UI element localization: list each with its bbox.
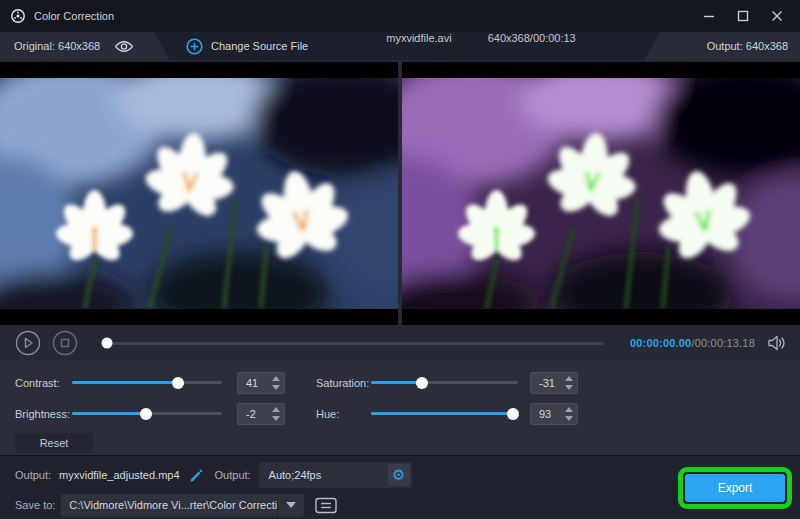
hue-slider-thumb[interactable] xyxy=(507,408,519,420)
preview-toggle[interactable] xyxy=(114,40,134,53)
change-source-label: Change Source File xyxy=(211,40,308,52)
saturation-slider-fill xyxy=(371,381,422,384)
saturation-value-box[interactable]: -31 xyxy=(530,372,578,394)
original-video-preview xyxy=(0,62,398,325)
stepper-up-icon[interactable] xyxy=(565,376,573,381)
output-filename-label: Output: xyxy=(15,469,51,481)
maximize-icon xyxy=(737,10,749,22)
brightness-label: Brightness: xyxy=(15,408,72,420)
stepper-up-icon[interactable] xyxy=(272,407,280,412)
brightness-value-box[interactable]: -2 xyxy=(237,403,285,425)
saturation-label: Saturation: xyxy=(316,377,371,389)
contrast-value: 41 xyxy=(238,377,270,389)
save-path-combobox[interactable]: C:\Vidmore\Vidmore Vi...rter\Color Corre… xyxy=(61,494,304,517)
source-filename: myxvidfile.avi xyxy=(386,32,451,60)
output-tab: Output: 640x368 xyxy=(644,32,800,60)
stop-icon xyxy=(52,330,78,356)
hue-value-box[interactable]: 93 xyxy=(530,403,578,425)
stepper-down-icon[interactable] xyxy=(565,385,573,390)
contrast-slider-thumb[interactable] xyxy=(172,377,184,389)
seek-bar[interactable] xyxy=(102,342,604,345)
contrast-stepper[interactable] xyxy=(270,376,284,390)
hue-value: 93 xyxy=(531,408,563,420)
hue-stepper[interactable] xyxy=(563,407,577,421)
original-tab: Original: 640x368 xyxy=(0,32,170,60)
play-icon xyxy=(15,330,41,356)
save-path-value: C:\Vidmore\Vidmore Vi...rter\Color Corre… xyxy=(61,499,277,511)
seek-bar-thumb[interactable] xyxy=(102,338,113,349)
color-correction-window: Color Correction Original: 640x368 xyxy=(0,0,800,519)
app-logo-icon xyxy=(10,8,26,24)
rename-button[interactable] xyxy=(189,468,203,482)
total-time: /00:00:13.18 xyxy=(691,337,755,349)
output-video-preview xyxy=(402,62,800,325)
contrast-slider-fill xyxy=(72,381,178,384)
stepper-down-icon[interactable] xyxy=(272,416,280,421)
time-display: 00:00:00.00/00:00:13.18 xyxy=(630,337,755,349)
browse-folder-button[interactable] xyxy=(314,496,338,515)
brightness-value: -2 xyxy=(238,408,270,420)
adjustment-panel: Contrast: 41 Saturation: -31 xyxy=(0,361,800,455)
play-button[interactable] xyxy=(14,330,41,357)
brightness-slider-thumb[interactable] xyxy=(140,408,152,420)
stepper-up-icon[interactable] xyxy=(565,407,573,412)
titlebar: Color Correction xyxy=(0,0,800,32)
save-to-label: Save to: xyxy=(15,499,55,511)
preview-area xyxy=(0,60,800,325)
export-highlight-annotation: Export xyxy=(678,467,792,509)
plus-circle-icon xyxy=(186,38,203,55)
adjusted-flowers-frame xyxy=(402,78,800,309)
hue-label: Hue: xyxy=(316,408,371,420)
minimize-icon xyxy=(703,10,715,22)
output-resolution-label: Output: 640x368 xyxy=(707,40,788,52)
save-path-dropdown-button[interactable] xyxy=(278,494,304,517)
source-dimensions-duration: 640x368/00:00:13 xyxy=(488,32,576,60)
speaker-icon xyxy=(767,335,786,351)
saturation-slider[interactable] xyxy=(371,381,518,384)
bottom-bar: Output: myxvidfile_adjusted.mp4 Output: … xyxy=(0,455,800,519)
original-flowers-frame xyxy=(0,78,398,309)
stop-button[interactable] xyxy=(51,330,78,357)
current-time: 00:00:00.00 xyxy=(630,337,692,349)
stepper-down-icon[interactable] xyxy=(272,385,280,390)
hue-slider-fill xyxy=(371,412,513,415)
stepper-down-icon[interactable] xyxy=(565,416,573,421)
output-filename: myxvidfile_adjusted.mp4 xyxy=(59,469,179,481)
maximize-button[interactable] xyxy=(730,5,756,27)
close-icon xyxy=(771,10,783,22)
change-source-file-button[interactable]: Change Source File xyxy=(186,32,308,60)
original-resolution-label: Original: 640x368 xyxy=(14,40,100,52)
saturation-stepper[interactable] xyxy=(563,376,577,390)
chevron-down-icon xyxy=(286,502,296,508)
close-button[interactable] xyxy=(764,5,790,27)
pencil-icon xyxy=(189,468,203,482)
player-bar: 00:00:00.00/00:00:13.18 xyxy=(0,325,800,361)
volume-button[interactable] xyxy=(767,335,786,351)
brightness-stepper[interactable] xyxy=(270,407,284,421)
format-settings-button[interactable]: ⚙ xyxy=(388,464,410,486)
brightness-slider-fill xyxy=(72,412,146,415)
hue-slider[interactable] xyxy=(371,412,518,415)
output-format-value: Auto;24fps xyxy=(259,469,388,481)
contrast-slider[interactable] xyxy=(72,381,222,384)
gear-icon: ⚙ xyxy=(392,466,405,484)
output-format-select[interactable]: Auto;24fps ⚙ xyxy=(259,462,412,488)
reset-button[interactable]: Reset xyxy=(15,433,93,453)
window-title: Color Correction xyxy=(34,10,114,22)
saturation-value: -31 xyxy=(531,377,563,389)
folder-icon xyxy=(314,496,338,515)
eye-icon xyxy=(114,40,134,53)
minimize-button[interactable] xyxy=(696,5,722,27)
contrast-label: Contrast: xyxy=(15,377,72,389)
contrast-value-box[interactable]: 41 xyxy=(237,372,285,394)
stepper-up-icon[interactable] xyxy=(272,376,280,381)
output-format-label: Output: xyxy=(215,469,251,481)
info-bar: Original: 640x368 Change Source File myx… xyxy=(0,32,800,60)
brightness-slider[interactable] xyxy=(72,412,222,415)
export-button[interactable]: Export xyxy=(685,474,785,502)
saturation-slider-thumb[interactable] xyxy=(416,377,428,389)
